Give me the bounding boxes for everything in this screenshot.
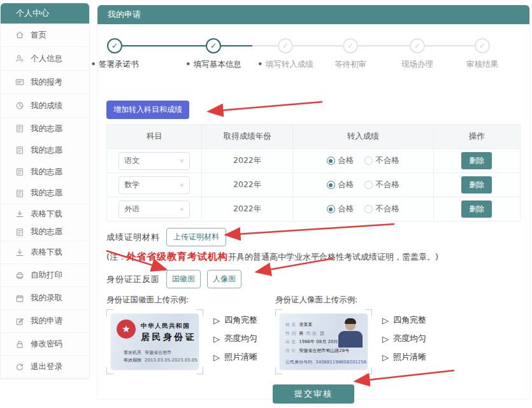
check-circle-icon [475, 38, 490, 53]
subject-select-value: 语文 [124, 155, 140, 166]
delete-button[interactable]: 删除 [461, 152, 492, 169]
subject-select-value: 数学 [124, 179, 140, 190]
upload-portrait-side-button[interactable]: 人像面 [207, 270, 241, 288]
add-subject-button[interactable]: 增加转入科目和成绩 [106, 101, 189, 119]
tip-item: 亮度均匀 [382, 333, 426, 344]
col-result: 转入成绩 [293, 125, 434, 149]
card-country-text: 中华人民共和国 [141, 322, 190, 330]
table-row: 外语∨ 2022年 合格 不合格 删除 [107, 197, 521, 222]
card-title-text: 居民身份证 [141, 332, 197, 343]
step-transfer-scores: 填写转入成绩 [250, 38, 320, 70]
sidebar-item-admission[interactable]: 我的录取 [1, 287, 89, 310]
check-circle-icon [410, 38, 425, 53]
doc-icon [15, 167, 24, 176]
delete-button[interactable]: 删除 [461, 200, 492, 218]
sidebar-title: 个人中心 [1, 3, 89, 24]
sidebar-item-application[interactable]: 我的申请 [1, 310, 89, 333]
step-label: 等待初审 [315, 59, 385, 70]
radio-fail[interactable]: 不合格 [364, 179, 400, 190]
col-actions: 操作 [433, 125, 520, 149]
note-suffix: 开具的普通高中学业水平合格性考试成绩证明，需盖章。) [228, 251, 438, 263]
submit-review-button[interactable]: 提交审核 [273, 384, 354, 404]
download-icon [15, 248, 24, 257]
sidebar-item-label: 我的成绩 [31, 101, 62, 111]
sidebar-item-volunteer-4[interactable]: 我的志愿 [1, 183, 89, 204]
sidebar-item-label: 我的志愿 [31, 188, 62, 199]
sidebar-item-profile[interactable]: 个人信息 [1, 47, 89, 71]
sidebar: 个人中心 首页 个人信息 我的报考 我的成绩 我的志愿 我的志愿 我的志愿 [0, 3, 90, 379]
emblem-sample-caption: 身份证国徽面上传示例: [106, 295, 275, 306]
step-review-result: 审核结果 [447, 38, 517, 70]
year-cell: 2022年 [202, 173, 293, 197]
materials-note: (注： 外省省级教育考试机构 开具的普通高中学业水平合格性考试成绩证明，需盖章。… [106, 251, 521, 263]
avatar-body [338, 331, 363, 348]
page-title: 我的申请 [97, 5, 529, 24]
page: 个人中心 首页 个人信息 我的报考 我的成绩 我的志愿 我的志愿 我的志愿 [0, 0, 532, 408]
radio-dot-icon [327, 205, 335, 213]
note-prefix: (注： [106, 251, 126, 263]
step-label: 现场办理 [382, 59, 452, 70]
chevron-down-icon: ∨ [180, 206, 184, 212]
download-icon [15, 209, 24, 218]
check-circle-icon [107, 38, 122, 53]
sidebar-item-label: 表格下载 [31, 209, 62, 220]
subjects-table: 科目 取得成绩年份 转入成绩 操作 语文∨ 2022年 合格 不合格 删除 数学… [106, 124, 521, 222]
main-panel: 我的申请 签署承诺书 填写基本信息 填写转入成绩 [97, 5, 530, 400]
sidebar-item-home[interactable]: 首页 [1, 24, 89, 47]
sidebar-item-label: 我的志愿 [31, 167, 62, 178]
step-label: 签署承诺书 [80, 59, 150, 70]
tip-item: 四角完整 [382, 314, 426, 326]
idcard-emblem-sample-image: 中华人民共和国 居民身份证 签发机关安徽省合肥市 有效期限2013.03.05-… [111, 314, 199, 370]
card-id-number-line: 公民身份号码340881198608201256 [285, 359, 366, 365]
subject-select[interactable]: 语文∨ [119, 152, 190, 170]
card-valid-line: 有效期限2013.03.05-2023.03.05 [124, 356, 198, 365]
sidebar-item-logout[interactable]: 退出登录 [1, 356, 89, 379]
sidebar-item-scores[interactable]: 我的成绩 [1, 94, 89, 118]
note-highlight: 外省省级教育考试机构 [126, 251, 228, 263]
radio-dot-icon [364, 181, 373, 189]
chevron-down-icon: ∨ [180, 182, 184, 188]
radio-dot-icon [327, 181, 335, 189]
sidebar-item-volunteer-2[interactable]: 我的志愿 [1, 139, 89, 161]
table-row: 语文∨ 2022年 合格 不合格 删除 [107, 149, 521, 173]
upload-materials-button[interactable]: 上传证明材料 [166, 228, 226, 246]
radio-pass[interactable]: 合格 [327, 155, 354, 166]
tip-item: 亮度均匀 [213, 333, 257, 344]
radio-pass[interactable]: 合格 [327, 204, 354, 215]
sidebar-item-label: 我的录取 [31, 293, 62, 304]
step-onsite-processing: 现场办理 [382, 38, 452, 70]
upload-tips: 四角完整 亮度均匀 照片清晰 [213, 314, 257, 363]
check-circle-icon [343, 38, 358, 53]
radio-fail[interactable]: 不合格 [364, 155, 400, 166]
doc-icon [15, 189, 24, 198]
pie-icon [15, 101, 24, 110]
sidebar-item-form-download-2[interactable]: 表格下载 [1, 241, 89, 264]
sidebar-item-self-print[interactable]: 自助打印 [1, 264, 89, 287]
col-subject: 科目 [107, 125, 202, 149]
step-label: 审核结果 [447, 59, 517, 70]
radio-label: 不合格 [376, 179, 400, 190]
sidebar-item-change-password[interactable]: 修改密码 [1, 333, 89, 356]
tip-item: 照片清晰 [213, 351, 257, 363]
radio-label: 不合格 [376, 155, 400, 166]
delete-button[interactable]: 删除 [461, 176, 492, 193]
radio-fail[interactable]: 不合格 [364, 204, 400, 215]
progress-stepper: 签署承诺书 填写基本信息 填写转入成绩 等待初审 现场办理 [106, 38, 521, 90]
radio-label: 合格 [338, 155, 354, 166]
sidebar-item-registration[interactable]: 我的报考 [1, 71, 89, 94]
idcard-portrait-sample-image: 姓 名张某某 性 别男 民 族汉 出 生1986年 08月 20日 住 址安徽省… [280, 314, 368, 370]
step-sign-pledge: 签署承诺书 [80, 38, 150, 70]
radio-label: 合格 [338, 204, 354, 215]
sidebar-item-form-download-1[interactable]: 表格下载 [1, 204, 89, 223]
upload-emblem-side-button[interactable]: 国徽面 [166, 270, 201, 288]
step-basic-info: 填写基本信息 [178, 38, 248, 70]
subject-select[interactable]: 外语∨ [119, 200, 190, 218]
sidebar-item-volunteer-1[interactable]: 我的志愿 [1, 118, 89, 139]
sidebar-item-volunteer-5[interactable]: 我的志愿 [1, 223, 89, 241]
doc-icon [15, 124, 24, 133]
sidebar-item-volunteer-3[interactable]: 我的志愿 [1, 161, 89, 183]
subject-select-value: 外语 [124, 204, 140, 215]
radio-pass[interactable]: 合格 [327, 179, 354, 190]
subject-select[interactable]: 数学∨ [119, 176, 190, 194]
materials-label: 成绩证明材料 [106, 232, 160, 243]
